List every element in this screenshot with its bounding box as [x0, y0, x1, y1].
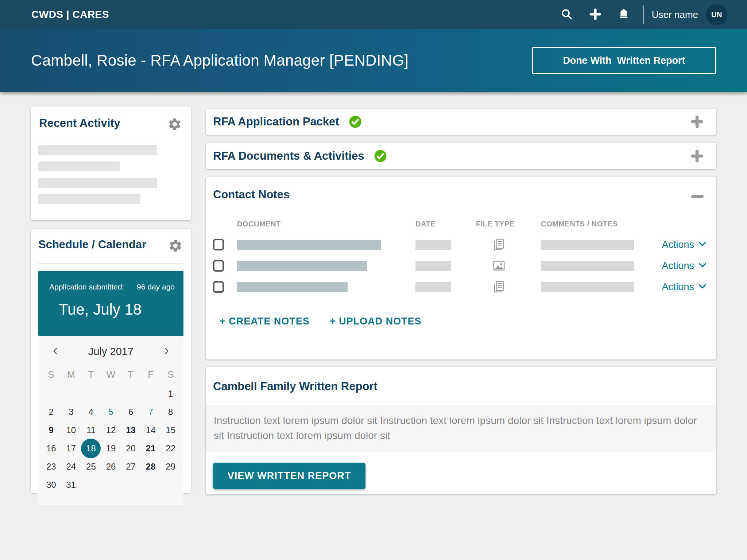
calendar-day[interactable]: 24 — [61, 458, 81, 476]
calendar-empty-cell — [81, 476, 101, 494]
skeleton-bar — [38, 194, 140, 204]
minus-icon — [690, 190, 707, 203]
calendar-prev-month-button[interactable] — [50, 346, 61, 357]
calendar-day[interactable]: 7 — [141, 403, 161, 421]
create-notes-button[interactable]: + CREATE NOTES — [220, 316, 310, 327]
calendar-day[interactable]: 13 — [121, 421, 141, 439]
calendar-empty-cell — [101, 476, 121, 494]
calendar-divider — [38, 264, 183, 264]
schedule-calendar-title: Schedule / Calendar — [38, 238, 146, 251]
calendar-day[interactable]: 21 — [141, 439, 161, 458]
done-with-written-report-button[interactable]: Done With Written Report — [532, 47, 716, 74]
actions-dropdown[interactable]: Actions — [662, 281, 707, 293]
row-checkbox[interactable] — [213, 260, 224, 272]
upload-notes-button[interactable]: + UPLOAD NOTES — [330, 316, 422, 327]
actions-label: Actions — [662, 281, 694, 293]
calendar-day[interactable]: 16 — [41, 439, 61, 458]
plus-icon — [690, 115, 707, 129]
row-checkbox[interactable] — [213, 281, 224, 293]
chevron-down-icon — [698, 260, 707, 271]
written-report-title: Cambell Family Written Report — [213, 380, 716, 393]
calendar-settings-button[interactable] — [167, 238, 183, 254]
expand-section-button[interactable] — [690, 113, 707, 130]
search-button[interactable] — [556, 3, 578, 26]
chevron-right-icon — [162, 351, 170, 356]
calendar-day[interactable]: 31 — [61, 476, 81, 494]
calendar-day[interactable]: 9 — [41, 421, 61, 439]
calendar-day[interactable]: 11 — [81, 421, 101, 439]
calendar-day[interactable]: 14 — [141, 421, 161, 439]
calendar-day[interactable]: 27 — [121, 458, 141, 476]
calendar-day[interactable]: 28 — [141, 458, 161, 476]
view-written-report-button[interactable]: VIEW WRITTEN REPORT — [213, 463, 365, 489]
calendar-day[interactable]: 10 — [61, 421, 81, 439]
skeleton-bar — [38, 178, 157, 188]
date-placeholder-bar — [415, 261, 451, 271]
document-file-icon — [492, 280, 506, 294]
day-of-week-header: S — [41, 366, 61, 382]
calendar-day[interactable]: 5 — [101, 403, 121, 421]
user-avatar[interactable]: UN — [706, 4, 727, 25]
date-placeholder-bar — [415, 240, 451, 250]
calendar-empty-cell — [121, 385, 141, 403]
written-report-card: Cambell Family Written Report Instructio… — [206, 367, 716, 494]
calendar-day[interactable]: 26 — [101, 458, 121, 476]
rfa-application-packet-section[interactable]: RFA Application Packet — [206, 109, 716, 135]
calendar-day[interactable]: 17 — [61, 439, 81, 458]
day-of-week-header: S — [160, 366, 181, 382]
calendar-day[interactable]: 18 — [81, 439, 101, 458]
plus-icon — [589, 8, 601, 22]
comments-placeholder-bar — [541, 261, 634, 271]
add-button[interactable] — [584, 3, 607, 26]
navbar-right-group: User name UN — [553, 3, 727, 26]
calendar-day[interactable]: 3 — [61, 403, 81, 421]
calendar-day[interactable]: 20 — [121, 439, 141, 458]
schedule-calendar-card: Schedule / Calendar Application submitte… — [31, 229, 191, 493]
calendar-panel: July 2017 SMTWTFS12345678910111213141516… — [38, 336, 183, 505]
expand-section-button[interactable] — [690, 148, 707, 164]
calendar-day[interactable]: 29 — [160, 458, 181, 476]
calendar-day[interactable]: 4 — [81, 403, 101, 421]
gear-icon — [168, 249, 183, 254]
calendar-day[interactable]: 25 — [81, 458, 101, 476]
check-circle-icon — [374, 149, 387, 163]
collapse-section-button[interactable] — [690, 188, 707, 205]
document-placeholder-bar — [237, 282, 348, 292]
rfa-documents-activities-section[interactable]: RFA Documents & Activities — [206, 143, 716, 169]
calendar-day[interactable]: 19 — [101, 439, 121, 458]
recent-activity-settings-button[interactable] — [167, 117, 183, 133]
application-submitted-value: 96 day ago — [137, 283, 175, 291]
column-header-date: DATE — [415, 220, 476, 228]
contact-notes-table: DOCUMENT DATE FILE TYPE COMMENTS / NOTES… — [213, 216, 707, 298]
calendar-day[interactable]: 30 — [41, 476, 61, 494]
calendar-empty-cell — [41, 385, 61, 403]
calendar-day[interactable]: 12 — [101, 421, 121, 439]
user-name-label[interactable]: User name — [652, 9, 698, 20]
search-icon — [561, 8, 573, 22]
calendar-day[interactable]: 1 — [160, 385, 181, 403]
document-placeholder-bar — [237, 261, 367, 271]
calendar-day[interactable]: 23 — [41, 458, 61, 476]
calendar-next-month-button[interactable] — [161, 346, 172, 357]
contact-notes-section: Contact Notes DOCUMENT DATE FILE TYPE CO… — [206, 177, 716, 359]
calendar-day[interactable]: 6 — [121, 403, 141, 421]
document-file-icon — [492, 237, 506, 252]
calendar-empty-cell — [81, 385, 101, 403]
calendar-empty-cell — [121, 476, 141, 494]
column-header-file-type: FILE TYPE — [476, 220, 541, 228]
notifications-button[interactable] — [612, 3, 635, 26]
calendar-day[interactable]: 22 — [160, 439, 181, 458]
actions-dropdown[interactable]: Actions — [662, 260, 707, 272]
calendar-day[interactable]: 15 — [160, 421, 181, 439]
calendar-day[interactable]: 8 — [160, 403, 181, 421]
recent-activity-skeleton-list — [39, 145, 183, 204]
comments-placeholder-bar — [541, 240, 634, 250]
row-checkbox[interactable] — [213, 239, 224, 250]
day-of-week-header: M — [61, 366, 81, 382]
actions-dropdown[interactable]: Actions — [662, 239, 707, 250]
application-submitted-banner: Application submitted: 96 day ago Tue, J… — [38, 271, 183, 336]
calendar-month-label: July 2017 — [88, 346, 133, 358]
comments-placeholder-bar — [541, 282, 634, 292]
day-of-week-header: W — [101, 366, 121, 382]
calendar-day[interactable]: 2 — [41, 403, 61, 421]
